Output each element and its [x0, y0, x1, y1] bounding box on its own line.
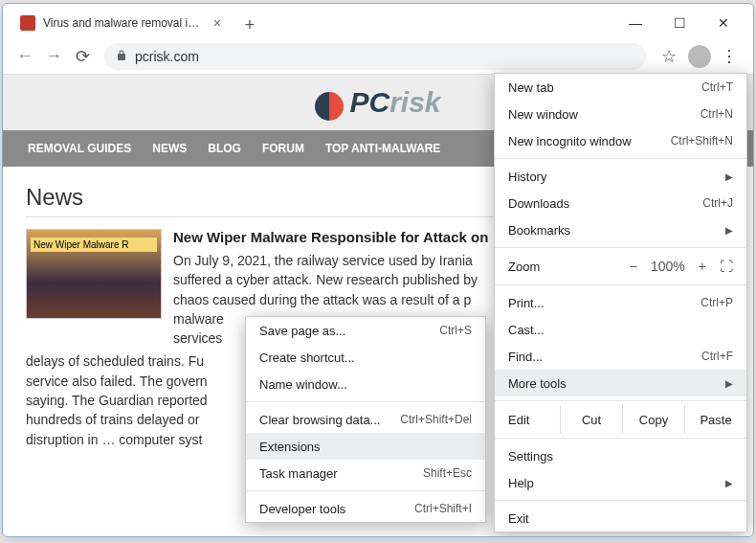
menuitem-task-manager[interactable]: Task manager Shift+Esc [246, 460, 485, 486]
edit-paste-button[interactable]: Paste [684, 405, 746, 434]
menuitem-save-page[interactable]: Save page as... Ctrl+S [246, 317, 485, 344]
menuitem-shortcut: Ctrl+T [701, 80, 733, 94]
thumb-caption: New Wiper Malware R [31, 238, 157, 252]
zoom-out-button[interactable]: − [630, 259, 637, 274]
menuitem-more-tools[interactable]: More tools ▶ [495, 370, 746, 396]
menuitem-new-window[interactable]: New window Ctrl+N [495, 101, 746, 127]
menuitem-shortcut: Ctrl+F [701, 350, 733, 363]
nav-item[interactable]: REMOVAL GUIDES [28, 142, 131, 155]
menuitem-cast[interactable]: Cast... [495, 316, 746, 343]
menuitem-edit-row: Edit Cut Copy Paste [495, 405, 746, 434]
nav-item[interactable]: BLOG [208, 142, 241, 155]
edit-label: Edit [495, 405, 560, 434]
reload-button[interactable]: ⟳ [68, 42, 97, 71]
site-logo-text: PCrisk [349, 86, 440, 119]
article-line: malware [173, 311, 224, 327]
menuitem-label: Extensions [259, 440, 472, 454]
menuitem-label: Settings [508, 449, 733, 464]
menuitem-label: New tab [508, 80, 701, 95]
menuitem-exit[interactable]: Exit [495, 505, 746, 532]
menuitem-label: Create shortcut... [259, 351, 472, 365]
menuitem-history[interactable]: History ▶ [495, 163, 746, 190]
menuitem-downloads[interactable]: Downloads Ctrl+J [495, 190, 746, 216]
chevron-right-icon: ▶ [725, 171, 733, 182]
tab-title: Virus and malware removal instru [43, 16, 206, 30]
menuitem-shortcut: Shift+Esc [423, 466, 472, 480]
fullscreen-icon[interactable]: ⛶ [720, 259, 733, 274]
menuitem-new-incognito[interactable]: New incognito window Ctrl+Shift+N [495, 127, 746, 154]
menuitem-label: Cast... [508, 323, 733, 337]
zoom-label: Zoom [508, 260, 630, 274]
menuitem-shortcut: Ctrl+S [439, 324, 472, 337]
lock-icon [116, 49, 127, 64]
menuitem-extensions[interactable]: Extensions [246, 433, 485, 460]
menuitem-settings[interactable]: Settings [495, 442, 746, 469]
zoom-in-button[interactable]: + [699, 259, 706, 274]
article-line: suffered a cyber attack. New research pu… [173, 272, 478, 287]
site-logo-icon [315, 92, 344, 121]
menu-separator [495, 438, 746, 439]
browser-toolbar: ← → ⟳ pcrisk.com ☆ ⋯ [3, 38, 753, 75]
menuitem-label: Bookmarks [508, 223, 725, 238]
menu-separator [495, 284, 746, 285]
minimize-button[interactable]: — [613, 8, 657, 38]
menuitem-label: Clear browsing data... [259, 413, 400, 427]
menuitem-label: New incognito window [508, 134, 671, 148]
tab-close-icon[interactable]: × [213, 15, 221, 31]
menuitem-help[interactable]: Help ▶ [495, 469, 746, 496]
tab-strip: Virus and malware removal instru × + — ☐… [3, 4, 753, 38]
menu-separator [246, 490, 485, 491]
menuitem-zoom: Zoom − 100% + ⛶ [495, 252, 746, 281]
menuitem-label: Downloads [508, 196, 702, 211]
new-tab-button[interactable]: + [236, 11, 263, 38]
browser-tab[interactable]: Virus and malware removal instru × [11, 8, 231, 38]
menuitem-label: Developer tools [259, 502, 414, 516]
back-button[interactable]: ← [11, 42, 39, 71]
menuitem-shortcut: Ctrl+Shift+Del [400, 413, 472, 426]
menuitem-label: Name window... [259, 377, 472, 392]
article-thumbnail[interactable]: New Wiper Malware R [26, 229, 162, 319]
star-icon[interactable]: ☆ [654, 41, 684, 72]
menuitem-new-tab[interactable]: New tab Ctrl+T [495, 74, 746, 101]
more-tools-submenu: Save page as... Ctrl+S Create shortcut..… [245, 316, 486, 523]
menuitem-clear-browsing-data[interactable]: Clear browsing data... Ctrl+Shift+Del [246, 406, 485, 433]
zoom-value: 100% [651, 259, 685, 274]
nav-item[interactable]: NEWS [152, 142, 187, 155]
chrome-main-menu: New tab Ctrl+T New window Ctrl+N New inc… [494, 73, 747, 532]
profile-avatar[interactable] [688, 45, 711, 68]
menuitem-label: New window [508, 107, 700, 122]
kebab-menu-icon[interactable]: ⋯ [715, 41, 745, 72]
menu-separator [246, 401, 485, 402]
article-line: services [173, 330, 222, 346]
maximize-button[interactable]: ☐ [657, 8, 701, 38]
menuitem-find[interactable]: Find... Ctrl+F [495, 343, 746, 370]
close-button[interactable]: ✕ [701, 8, 745, 38]
address-bar[interactable]: pcrisk.com [104, 43, 646, 70]
chevron-right-icon: ▶ [725, 478, 733, 488]
forward-button[interactable]: → [39, 42, 68, 71]
menuitem-label: Help [508, 476, 725, 490]
edit-copy-button[interactable]: Copy [622, 405, 684, 434]
menuitem-label: Exit [508, 511, 733, 526]
edit-cut-button[interactable]: Cut [560, 405, 622, 434]
menuitem-label: History [508, 170, 725, 184]
menuitem-shortcut: Ctrl+Shift+I [414, 502, 472, 515]
chevron-right-icon: ▶ [725, 378, 733, 389]
menuitem-label: Save page as... [259, 324, 439, 338]
menuitem-print[interactable]: Print... Ctrl+P [495, 289, 746, 316]
article-line: chaos caused during the attack was a res… [173, 292, 471, 307]
site-favicon [20, 15, 35, 31]
menuitem-developer-tools[interactable]: Developer tools Ctrl+Shift+I [246, 495, 485, 522]
url-text: pcrisk.com [135, 49, 199, 64]
menuitem-label: Find... [508, 350, 701, 364]
menu-separator [495, 247, 746, 248]
menuitem-name-window[interactable]: Name window... [246, 371, 485, 397]
menuitem-bookmarks[interactable]: Bookmarks ▶ [495, 216, 746, 243]
menuitem-shortcut: Ctrl+Shift+N [671, 134, 733, 147]
nav-item[interactable]: TOP ANTI-MALWARE [325, 142, 440, 155]
menuitem-shortcut: Ctrl+J [702, 196, 733, 210]
menuitem-create-shortcut[interactable]: Create shortcut... [246, 344, 485, 371]
logo-bold: PC [349, 86, 389, 118]
nav-item[interactable]: FORUM [262, 142, 304, 155]
menuitem-label: Print... [508, 296, 700, 310]
